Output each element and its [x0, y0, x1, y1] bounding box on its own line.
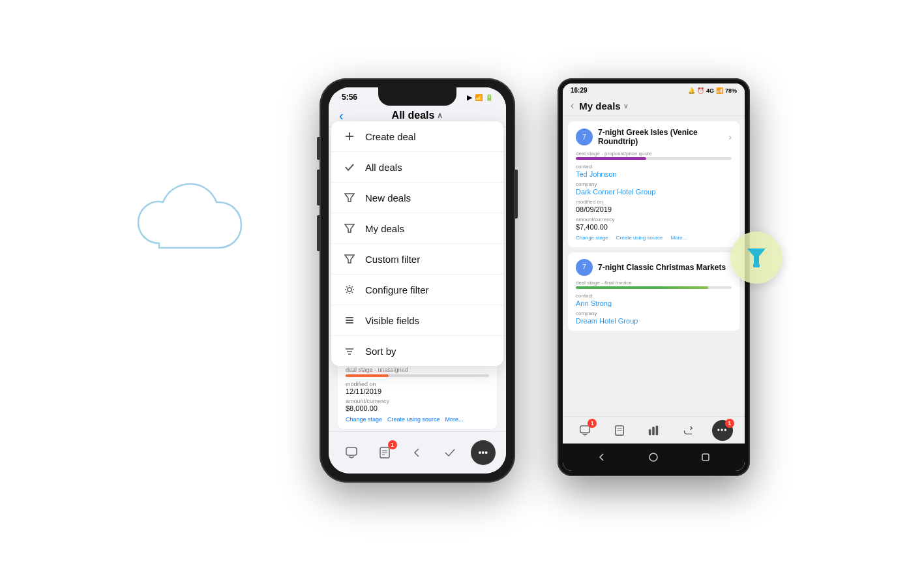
android-chart-button[interactable]: [643, 420, 664, 441]
svg-point-5: [348, 288, 351, 292]
configure-filter-label: Configure filter: [365, 284, 429, 295]
android-share-button[interactable]: [678, 420, 698, 441]
iphone-bottom-bar: 1 •••: [329, 431, 506, 474]
android-stage-fill-2: [576, 286, 708, 289]
gear-icon: [343, 283, 356, 296]
android-nav-bar[interactable]: [563, 444, 745, 471]
android-deal-card-2[interactable]: 7 7-night Classic Christmas Markets deal…: [568, 252, 739, 331]
check-icon: [343, 160, 356, 173]
android-status-icons: 🔔⏰4G📶78%: [688, 87, 737, 94]
modified-value: 12/11/2019: [346, 387, 489, 395]
android-create-source-1[interactable]: Create using source: [616, 235, 663, 241]
more-button[interactable]: More...: [445, 416, 464, 423]
android-header[interactable]: ‹ My deals ∨: [563, 96, 745, 116]
configure-filter-item[interactable]: Configure filter: [331, 275, 503, 305]
check-nav-button[interactable]: [438, 440, 462, 465]
visible-fields-item[interactable]: Visible fields: [331, 305, 503, 336]
svg-point-24: [649, 453, 657, 461]
sort-icon: [343, 344, 356, 357]
iphone-device: 5:56 ▶📶🔋 ‹ All deals ∧ 12: [320, 78, 515, 483]
new-deals-label: New deals: [365, 192, 411, 203]
svg-rect-22: [653, 427, 655, 435]
deal-stage-label: deal stage - unassigned: [346, 367, 489, 373]
android-chat-button[interactable]: 1: [574, 420, 595, 441]
svg-rect-27: [753, 264, 760, 267]
amount-label: amount/currency: [346, 398, 489, 404]
status-icons: ▶📶🔋: [467, 94, 493, 101]
android-deal-icon-1: 7: [576, 128, 593, 145]
svg-rect-21: [649, 429, 651, 435]
new-deals-item[interactable]: New deals: [331, 183, 503, 213]
android-chat-badge: 1: [588, 419, 597, 428]
notes-badge: 1: [388, 440, 397, 449]
android-stage-fill-1: [576, 157, 646, 160]
android-change-stage-1[interactable]: Change stage: [576, 235, 608, 241]
svg-rect-25: [702, 454, 709, 460]
my-deals-label: My deals: [365, 223, 404, 234]
modified-label: modified on: [346, 381, 489, 387]
filter2-icon: [343, 222, 356, 235]
filter3-icon: [343, 252, 356, 265]
my-deals-item[interactable]: My deals: [331, 213, 503, 244]
android-back-nav[interactable]: [593, 448, 611, 466]
android-deal-card-1[interactable]: 7 7-night Greek Isles (Venice Roundtrip)…: [568, 121, 739, 247]
create-source-button[interactable]: Create using source: [387, 416, 440, 423]
android-stage-label-2: deal stage - final invoice: [576, 280, 732, 286]
android-device: 16:29 🔔⏰4G📶78% ‹ My deals ∨: [558, 78, 750, 476]
visible-fields-label: Visible fields: [365, 315, 419, 326]
all-deals-item[interactable]: All deals: [331, 152, 503, 183]
android-app-bottom-bar: 1 ••• 1: [563, 416, 745, 444]
main-scene: 5:56 ▶📶🔋 ‹ All deals ∧ 12: [0, 0, 924, 587]
android-modified-1: 08/09/2019: [576, 205, 732, 213]
android-more-button[interactable]: ••• 1: [712, 420, 733, 441]
android-deal-icon-2: 7: [576, 259, 593, 276]
android-more-1[interactable]: More...: [670, 235, 687, 241]
header-chevron-icon: ∧: [437, 111, 443, 120]
svg-rect-6: [346, 317, 353, 318]
amount-value: $8,000.00: [346, 404, 489, 412]
plus-icon: [343, 130, 356, 143]
sort-by-label: Sort by: [365, 346, 396, 357]
android-status-bar: 16:29 🔔⏰4G📶78%: [563, 83, 745, 96]
chat-icon-button[interactable]: [339, 440, 364, 465]
deal-actions[interactable]: Change stage Create using source More...: [346, 416, 489, 423]
android-notes-button[interactable]: [609, 420, 630, 441]
android-company-1: Dark Corner Hotel Group: [576, 188, 732, 196]
all-deals-label: All deals: [365, 162, 402, 173]
android-stage-bar-2: [576, 286, 732, 289]
svg-marker-4: [345, 255, 354, 263]
android-deal-name-2: 7-night Classic Christmas Markets: [598, 263, 732, 272]
cloud-illustration: [104, 183, 248, 274]
custom-filter-label: Custom filter: [365, 254, 420, 265]
android-home-nav[interactable]: [644, 448, 663, 466]
android-recent-nav[interactable]: [696, 448, 715, 466]
android-more-badge: 1: [725, 419, 734, 428]
android-back-button[interactable]: ‹: [571, 100, 574, 112]
android-header-title[interactable]: My deals ∨: [579, 100, 627, 112]
android-deal-actions-1[interactable]: Change stage Create using source More...: [576, 235, 732, 241]
custom-filter-item[interactable]: Custom filter: [331, 244, 503, 275]
notes-icon-button[interactable]: 1: [372, 440, 397, 465]
sort-by-item[interactable]: Sort by: [331, 336, 503, 366]
svg-rect-8: [346, 322, 353, 324]
deal-stage-bar: [346, 374, 489, 377]
list-icon: [343, 314, 356, 327]
more-nav-button[interactable]: •••: [471, 440, 496, 465]
svg-rect-12: [346, 447, 357, 455]
create-deal-label: Create deal: [365, 131, 416, 142]
deal-stage-bar-fill: [346, 374, 389, 377]
filter-badge[interactable]: [730, 232, 782, 284]
android-contact-2: Ann Strong: [576, 299, 732, 307]
android-deals-list: 7 7-night Greek Isles (Venice Roundtrip)…: [563, 116, 745, 451]
back-nav-button[interactable]: [405, 440, 430, 465]
svg-rect-7: [346, 320, 353, 321]
android-header-chevron-icon: ∨: [623, 102, 628, 110]
filter-icon: [343, 191, 356, 204]
svg-marker-2: [345, 194, 354, 202]
iphone-dropdown-menu[interactable]: Create deal All deals New deals: [331, 121, 503, 366]
create-deal-item[interactable]: Create deal: [331, 121, 503, 152]
android-stage-label-1: deal stage - proposal/price quote: [576, 151, 732, 157]
android-contact-1: Ted Johnson: [576, 170, 732, 178]
change-stage-button[interactable]: Change stage: [346, 416, 382, 423]
header-title[interactable]: All deals ∧: [392, 110, 443, 121]
